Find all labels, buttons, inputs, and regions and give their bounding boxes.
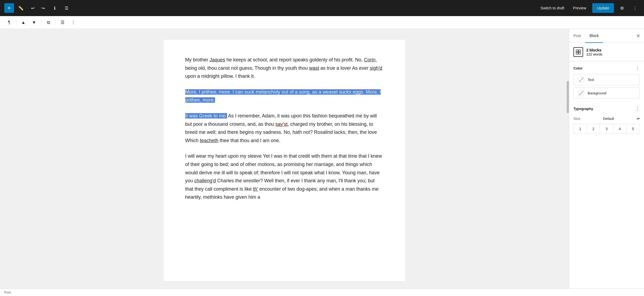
word-corin: Corin: [364, 57, 375, 62]
pencil-icon: ✏️: [18, 6, 24, 11]
block-type-button[interactable]: ¶: [4, 18, 14, 27]
right-sidebar: Post Block ✕ 2 blocks 122 words: [569, 29, 644, 288]
editor-area[interactable]: My brother Jaques he keeps at school, an…: [0, 29, 569, 288]
blocks-text: 2 blocks 122 words: [586, 48, 602, 56]
font-size-selector: 1 2 3 4 5: [573, 124, 640, 134]
text-color-circle: [578, 76, 584, 83]
block-toolbar: ¶ ▲ ▼ ⧉ ☰ ⋮: [0, 16, 644, 29]
chevron-up-icon: ▲: [21, 20, 25, 25]
svg-rect-3: [579, 52, 580, 54]
size-reset-button[interactable]: ⇌: [637, 117, 640, 121]
size-label: Size: [573, 117, 580, 121]
gear-icon: ⚙: [620, 6, 624, 11]
word-teacheth: teacheth: [200, 138, 218, 143]
list-icon: ☰: [65, 6, 68, 11]
word-challengd: challeng'd: [194, 178, 216, 183]
typography-section-title: Typography: [573, 107, 593, 111]
preview-button[interactable]: Preview: [570, 4, 589, 12]
main-area: My brother Jaques he keeps at school, an…: [0, 29, 644, 288]
sidebar-tabs-row: Post Block ✕: [569, 29, 644, 43]
ellipsis-icon: ⋮: [633, 6, 637, 11]
paragraph-icon: ¶: [8, 20, 10, 25]
sliders-icon: ⇌: [637, 117, 640, 121]
status-bar: Post: [0, 288, 644, 296]
scrollbar-track[interactable]: [567, 29, 569, 288]
top-toolbar: + ✏️ ↩ ↪ ℹ ☰ Switch to draft Preview Upd…: [0, 0, 644, 16]
align-button[interactable]: ☰: [58, 18, 67, 27]
toolbar-divider-3: [55, 19, 56, 26]
more-options-button[interactable]: ⋮: [630, 3, 640, 13]
block-more-icon: ⋮: [71, 20, 75, 25]
move-down-button[interactable]: ▼: [29, 18, 39, 27]
toolbar-right: Switch to draft Preview Update ⚙ ⋮: [538, 3, 640, 13]
no-color-indicator: [578, 77, 584, 83]
list-view-button[interactable]: ☰: [62, 3, 71, 13]
word-sighd: sigh'd: [370, 65, 382, 71]
font-size-3-button[interactable]: 3: [600, 124, 613, 134]
color-more-icon: ⋮: [635, 66, 640, 71]
blocks-icon: [573, 47, 583, 57]
typography-more-icon: ⋮: [635, 106, 640, 111]
background-color-row[interactable]: Background: [573, 87, 640, 99]
size-row: Size Default ⇌: [569, 114, 644, 124]
word-wast: wast: [309, 65, 319, 71]
font-size-2-button[interactable]: 2: [587, 124, 600, 134]
scrollbar-thumb: [567, 81, 569, 113]
block-more-button[interactable]: ⋮: [68, 18, 78, 27]
blocks-info: 2 blocks 122 words: [569, 43, 644, 61]
status-label: Post: [4, 291, 11, 294]
chevron-down-icon: ▼: [32, 20, 36, 25]
duplicate-icon: ⧉: [47, 20, 50, 25]
svg-rect-2: [576, 52, 578, 54]
settings-button[interactable]: ⚙: [617, 3, 627, 13]
partially-selected-text: It was Greek to me.: [185, 113, 227, 119]
color-section-more-button[interactable]: ⋮: [635, 66, 640, 71]
word-jaques: Jaques: [210, 57, 225, 62]
redo-icon: ↪: [41, 6, 45, 11]
tools-button[interactable]: ✏️: [16, 3, 26, 13]
font-size-5-button[interactable]: 5: [627, 124, 639, 134]
blocks-count: 2 blocks: [586, 48, 602, 52]
no-bg-indicator: [578, 90, 584, 96]
move-up-button[interactable]: ▲: [19, 18, 28, 27]
paragraph-1[interactable]: My brother Jaques he keeps at school, an…: [185, 56, 384, 80]
undo-icon: ↩: [31, 6, 35, 11]
font-size-4-button[interactable]: 4: [613, 124, 627, 134]
post-tab[interactable]: Post: [569, 29, 585, 43]
editor-content[interactable]: My brother Jaques he keeps at school, an…: [164, 40, 405, 281]
word-sayst: say'st: [275, 121, 287, 127]
typography-more-button[interactable]: ⋮: [635, 106, 640, 111]
paragraph-3[interactable]: It was Greek to me. As I remember, Adam,…: [185, 112, 384, 145]
text-color-label: Text: [588, 78, 594, 82]
undo-button[interactable]: ↩: [28, 3, 38, 13]
paragraph-2-selected[interactable]: More, I prithee, more. I can suck melanc…: [185, 88, 384, 104]
duplicate-button[interactable]: ⧉: [43, 18, 53, 27]
close-icon: ✕: [636, 33, 640, 39]
blocks-svg-icon: [576, 50, 581, 54]
info-icon: ℹ: [54, 6, 56, 11]
color-section-title: Color: [573, 66, 583, 70]
word-th: th': [253, 186, 258, 192]
background-color-circle: [578, 90, 584, 96]
plus-icon: +: [8, 5, 11, 12]
svg-rect-0: [576, 50, 578, 52]
toolbar-divider: [16, 19, 16, 26]
selected-text-block: More, I prithee, more. I can suck melanc…: [185, 89, 381, 103]
font-size-1-button[interactable]: 1: [574, 124, 587, 134]
switch-to-draft-button[interactable]: Switch to draft: [538, 4, 567, 12]
toolbar-divider-2: [41, 19, 41, 26]
color-section-header: Color ⋮: [569, 61, 644, 74]
background-color-label: Background: [588, 91, 606, 95]
close-sidebar-button[interactable]: ✕: [632, 29, 644, 43]
update-button[interactable]: Update: [592, 3, 614, 13]
words-count: 122 words: [586, 52, 602, 56]
add-block-button[interactable]: +: [4, 3, 14, 13]
info-button[interactable]: ℹ: [50, 3, 60, 13]
typography-section-header: Typography ⋮: [569, 101, 644, 114]
align-icon: ☰: [61, 20, 64, 25]
paragraph-4[interactable]: I will wear my heart upon my sleeve Yet …: [185, 152, 384, 201]
text-color-row[interactable]: Text: [573, 74, 640, 85]
svg-rect-1: [579, 50, 580, 52]
redo-button[interactable]: ↪: [38, 3, 48, 13]
block-tab[interactable]: Block: [585, 29, 603, 43]
